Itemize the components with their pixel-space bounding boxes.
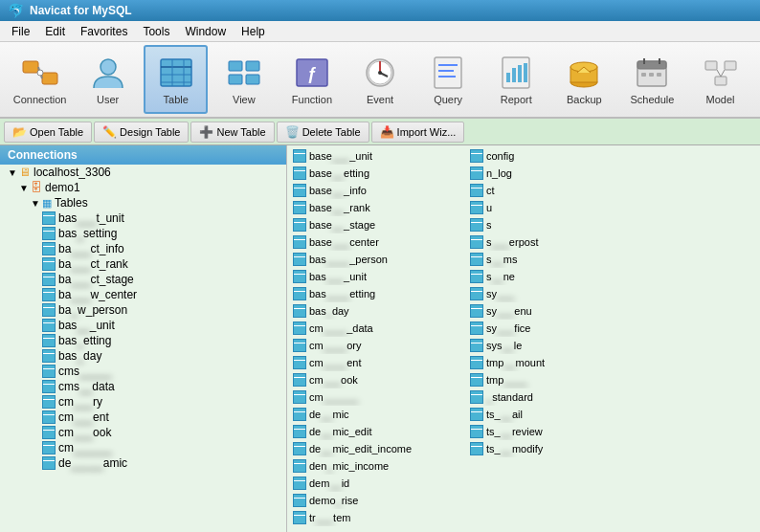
toolbar-event[interactable]: Event bbox=[348, 45, 413, 114]
menu-favorites[interactable]: Favorites bbox=[73, 23, 135, 40]
toolbar-table[interactable]: Table bbox=[144, 45, 208, 114]
table-entry[interactable]: u bbox=[466, 199, 643, 216]
table-entry[interactable]: base__etting bbox=[289, 165, 466, 182]
table-entry[interactable]: dem__id bbox=[289, 475, 466, 492]
table-entry[interactable]: s__ms bbox=[466, 251, 643, 268]
tree-table-7[interactable]: bas___unit bbox=[0, 318, 286, 333]
table-entry[interactable]: ts___review bbox=[466, 423, 643, 440]
table-entry[interactable]: base___center bbox=[289, 233, 466, 251]
tree-table-11[interactable]: cms__data bbox=[0, 379, 286, 394]
menu-help[interactable]: Help bbox=[234, 23, 273, 40]
table-entry[interactable]: tmp____ bbox=[466, 371, 643, 388]
table-row-icon bbox=[42, 257, 56, 271]
table-entry[interactable]: cm______ bbox=[289, 388, 466, 406]
db-expander[interactable]: ▼ bbox=[19, 183, 31, 193]
server-expander[interactable]: ▼ bbox=[8, 167, 19, 178]
table-entry[interactable]: cm___ook bbox=[289, 371, 466, 388]
model-label: Model bbox=[706, 94, 735, 105]
table-entry[interactable]: base___stage bbox=[289, 216, 466, 233]
connections-header: Connections bbox=[0, 145, 286, 165]
tree-table-4[interactable]: ba___ct_stage bbox=[0, 272, 286, 287]
delete-table-btn[interactable]: 🗑️ Delete Table bbox=[277, 122, 369, 143]
table-entry[interactable]: ts___modify bbox=[466, 440, 643, 457]
menu-file[interactable]: File bbox=[4, 23, 37, 40]
table-entry-icon bbox=[293, 425, 306, 438]
right-panel[interactable]: base____unit base__etting base___info ba… bbox=[287, 145, 760, 532]
menu-edit[interactable]: Edit bbox=[37, 23, 73, 40]
table-entry[interactable]: base___info bbox=[289, 182, 466, 199]
table-entry[interactable]: sy___fice bbox=[466, 320, 643, 337]
tree-area[interactable]: ▼ 🖥 localhost_3306 ▼ 🗄 demo1 ▼ ▦ Tables bbox=[0, 165, 286, 532]
menu-window[interactable]: Window bbox=[177, 23, 234, 40]
table-entry[interactable]: bas____etting bbox=[289, 285, 466, 302]
tree-server[interactable]: ▼ 🖥 localhost_3306 bbox=[0, 165, 286, 180]
menu-tools[interactable]: Tools bbox=[135, 23, 177, 40]
table-entry[interactable]: ct bbox=[466, 182, 643, 199]
table-entry[interactable]: demo_rise bbox=[289, 492, 466, 509]
toolbar-backup[interactable]: Backup bbox=[552, 45, 616, 114]
backup-label: Backup bbox=[567, 94, 602, 105]
import-wiz-btn[interactable]: 📥 Import Wiz... bbox=[371, 122, 465, 143]
toolbar-function[interactable]: ƒ Function bbox=[279, 45, 344, 114]
table-entry[interactable]: de__mic_edit_income bbox=[289, 440, 466, 457]
tree-table-2[interactable]: ba___ct_info bbox=[0, 241, 286, 256]
toolbar-view[interactable]: View bbox=[212, 45, 276, 114]
table-entry[interactable]: config bbox=[466, 147, 643, 165]
table-entry[interactable]: n_log bbox=[466, 165, 643, 182]
tree-tables-node[interactable]: ▼ ▦ Tables bbox=[0, 195, 286, 211]
tree-table-8[interactable]: bas_etting bbox=[0, 333, 286, 348]
tree-table-12[interactable]: cm___ry bbox=[0, 394, 286, 410]
table-entry[interactable]: _standard bbox=[466, 388, 643, 406]
table-entry[interactable]: ts___ail bbox=[466, 406, 643, 423]
table-entry[interactable]: sy___enu bbox=[466, 302, 643, 320]
table-entry-icon bbox=[470, 287, 483, 300]
table-entry[interactable]: sy___ bbox=[466, 285, 643, 302]
design-table-btn[interactable]: ✏️ Design Table bbox=[94, 122, 189, 143]
table-entry[interactable]: s bbox=[466, 216, 643, 233]
toolbar-report[interactable]: Report bbox=[484, 45, 548, 114]
table-entry[interactable]: sys__le bbox=[466, 337, 643, 354]
table-entry[interactable]: de__mic_edit bbox=[289, 423, 466, 440]
tree-table-5[interactable]: ba___w_center bbox=[0, 287, 286, 302]
table-entry[interactable]: bas_____person bbox=[289, 251, 466, 268]
table-entry[interactable]: s___erpost bbox=[466, 233, 643, 251]
tables-expander[interactable]: ▼ bbox=[31, 198, 42, 209]
tree-table-9[interactable]: bas_day bbox=[0, 348, 286, 364]
table-entry[interactable]: cm_____data bbox=[289, 320, 466, 337]
tree-table-15[interactable]: cm______ bbox=[0, 440, 286, 455]
table-entry-icon bbox=[293, 442, 306, 455]
tree-table-3[interactable]: ba___ct_rank bbox=[0, 256, 286, 272]
toolbar-user[interactable]: User bbox=[76, 45, 140, 114]
table-entry[interactable]: base___rank bbox=[289, 199, 466, 216]
toolbar-connection[interactable]: Connection bbox=[8, 45, 72, 114]
tree-table-13[interactable]: cm___ent bbox=[0, 410, 286, 425]
table-entry[interactable]: cm____ory bbox=[289, 337, 466, 354]
toolbar-schedule[interactable]: Schedule bbox=[620, 45, 684, 114]
table-entry[interactable]: cm____ent bbox=[289, 354, 466, 371]
toolbar-query[interactable]: Query bbox=[416, 45, 481, 114]
table-entry[interactable]: bas_day bbox=[289, 302, 466, 320]
tree-table-16[interactable]: de_____amic bbox=[0, 455, 286, 471]
table-entry[interactable]: bas____unit bbox=[289, 268, 466, 285]
new-table-btn[interactable]: ➕ New Table bbox=[190, 122, 274, 143]
table-entry-icon bbox=[293, 373, 306, 387]
tree-table-10[interactable]: cms_____ bbox=[0, 364, 286, 379]
table-entry[interactable]: den_mic_income bbox=[289, 457, 466, 475]
table-entry-icon bbox=[293, 390, 306, 404]
tree-table-label-6: ba_w_person bbox=[58, 303, 127, 317]
open-table-btn[interactable]: 📂 Open Table bbox=[4, 122, 92, 143]
tree-table-label-12: cm___ry bbox=[58, 395, 102, 409]
table-entry[interactable]: s__ne bbox=[466, 268, 643, 285]
toolbar-model[interactable]: Model bbox=[688, 45, 752, 114]
tree-table-6[interactable]: ba_w_person bbox=[0, 302, 286, 318]
tree-database[interactable]: ▼ 🗄 demo1 bbox=[0, 180, 286, 195]
table-entry[interactable]: tmp__mount bbox=[466, 354, 643, 371]
table-entry[interactable]: de__mic bbox=[289, 406, 466, 423]
table-entry-icon bbox=[293, 287, 306, 300]
tree-table-1[interactable]: bas_setting bbox=[0, 226, 286, 241]
table-entry[interactable]: base____unit bbox=[289, 147, 466, 165]
table-entry[interactable]: tr___tem bbox=[289, 509, 466, 526]
tree-table-0[interactable]: bas___t_unit bbox=[0, 211, 286, 226]
tree-table-14[interactable]: cm___ook bbox=[0, 425, 286, 440]
function-icon: ƒ bbox=[293, 54, 331, 92]
